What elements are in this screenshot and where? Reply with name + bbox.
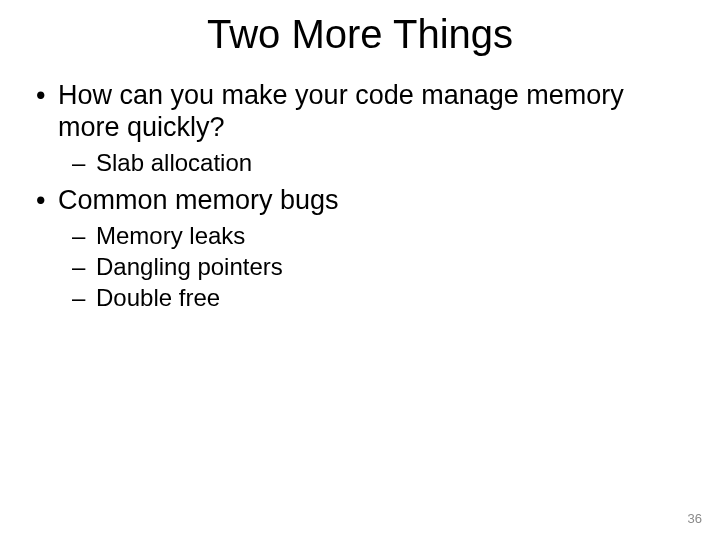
- bullet-level2: Dangling pointers: [36, 252, 684, 281]
- bullet-level2: Double free: [36, 283, 684, 312]
- bullet-level1: How can you make your code manage memory…: [36, 80, 684, 144]
- bullet-level2: Memory leaks: [36, 221, 684, 250]
- slide-body: How can you make your code manage memory…: [36, 80, 684, 315]
- slide-title: Two More Things: [0, 12, 720, 57]
- page-number: 36: [688, 511, 702, 526]
- bullet-level2: Slab allocation: [36, 148, 684, 177]
- bullet-level1: Common memory bugs: [36, 185, 684, 217]
- slide: Two More Things How can you make your co…: [0, 0, 720, 540]
